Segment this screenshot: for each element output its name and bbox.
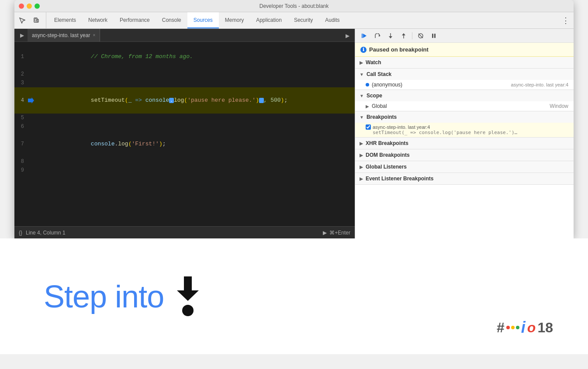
debug-toolbar-divider [412, 32, 412, 39]
breakpoint-filename: async-step-into. last year:4 [366, 124, 568, 130]
code-line-4: 4 setTimeout(_ => console.log('pause her… [14, 87, 355, 114]
breakpoint-item-1: async-step-into. last year:4 setTimeout(… [355, 123, 574, 137]
code-tab-close[interactable]: × [93, 33, 95, 38]
watch-header[interactable]: ▶ Watch [355, 57, 574, 68]
tab-elements[interactable]: Elements [48, 12, 82, 28]
pause-on-exceptions-button[interactable] [428, 30, 439, 41]
global-listeners-section: ▶ Global Listeners [355, 161, 574, 173]
global-arrow-icon: ▶ [366, 104, 369, 109]
call-stack-item-anonymous[interactable]: (anonymous) async-step-into. last year:4 [355, 80, 574, 90]
breakpoint-arrow [28, 97, 34, 103]
close-button[interactable] [19, 3, 24, 9]
step-over-button[interactable] [372, 30, 383, 41]
tab-memory[interactable]: Memory [219, 12, 250, 28]
svg-marker-3 [363, 34, 367, 38]
paused-text: Paused on breakpoint [369, 46, 429, 53]
status-bar-right: ▶ ⌘+Enter [323, 230, 350, 236]
tab-bar-right-controls: ⋮ [560, 12, 572, 28]
scope-header[interactable]: ▼ Scope [355, 90, 574, 101]
tab-application[interactable]: Application [250, 12, 288, 28]
call-stack-item-location: async-step-into. last year:4 [511, 82, 568, 87]
info-icon: ℹ [360, 47, 367, 53]
resume-button[interactable] [359, 30, 370, 41]
code-tab-file[interactable]: async-step-into. last year × [28, 29, 100, 41]
step-into-button[interactable] [385, 30, 396, 41]
call-stack-label: Call Stack [367, 71, 391, 77]
tab-sources[interactable]: Sources [187, 12, 219, 28]
call-stack-item-name: (anonymous) [372, 82, 508, 88]
call-stack-section: ▼ Call Stack (anonymous) async-step-into… [355, 69, 574, 90]
format-braces-button[interactable]: {} [19, 230, 22, 236]
code-line-5: 5 [14, 114, 355, 122]
traffic-lights [19, 3, 40, 9]
global-item[interactable]: ▶ Global Window [355, 101, 574, 111]
tab-audits[interactable]: Audits [319, 12, 346, 28]
svg-rect-2 [37, 19, 38, 22]
maximize-button[interactable] [35, 3, 40, 9]
tab-performance[interactable]: Performance [114, 12, 156, 28]
code-panel-expand-button[interactable]: ▶ [16, 30, 28, 41]
breakpoints-content: async-step-into. last year:4 setTimeout(… [355, 123, 574, 137]
svg-rect-13 [434, 34, 436, 38]
dom-breakpoints-header[interactable]: ▶ DOM Breakpoints [355, 149, 574, 161]
run-icon: ▶ [323, 230, 327, 236]
arrow-body [184, 276, 192, 290]
svg-rect-12 [432, 34, 433, 38]
breakpoint-checkbox[interactable] [366, 124, 371, 130]
tab-list: Elements Network Performance Console Sou… [48, 12, 346, 28]
io18-o: o [527, 320, 536, 336]
devtools-window: Developer Tools - about:blank Elements N… [14, 0, 574, 238]
tab-security[interactable]: Security [288, 12, 319, 28]
io18-hash: # [497, 320, 505, 336]
xhr-arrow-icon: ▶ [360, 141, 363, 146]
device-toggle-button[interactable] [30, 14, 42, 27]
inspect-element-button[interactable] [16, 14, 28, 27]
call-stack-arrow-icon: ▼ [360, 72, 364, 77]
dom-breakpoints-label: DOM Breakpoints [366, 152, 410, 158]
global-listeners-arrow-icon: ▶ [360, 165, 363, 169]
event-listener-label: Event Listener Breakpoints [366, 176, 433, 182]
call-stack-header[interactable]: ▼ Call Stack [355, 69, 574, 80]
breakpoints-arrow-icon: ▼ [360, 115, 364, 120]
scope-arrow-icon: ▼ [360, 93, 364, 98]
code-line-2: 2 [14, 70, 355, 79]
code-panel: ▶ async-step-into. last year × ▶ 1 [14, 29, 355, 238]
tab-console[interactable]: Console [156, 12, 187, 28]
xhr-breakpoints-header[interactable]: ▶ XHR Breakpoints [355, 138, 574, 149]
code-line-8: 8 [14, 157, 355, 166]
deactivate-breakpoints-button[interactable] [415, 30, 426, 41]
event-listener-section: ▶ Event Listener Breakpoints [355, 173, 574, 185]
watch-section: ▶ Watch [355, 57, 574, 69]
run-shortcut: ⌘+Enter [329, 230, 350, 236]
code-tab-filename: async-step-into. last year [32, 32, 90, 38]
tab-network[interactable]: Network [82, 12, 114, 28]
code-area[interactable]: 1 // Chrome, from 12 months ago. 2 [14, 42, 355, 226]
xhr-breakpoints-section: ▶ XHR Breakpoints [355, 138, 574, 149]
breakpoints-section: ▼ Breakpoints async-step-into. last year… [355, 111, 574, 138]
slide-text: Step into [44, 279, 164, 314]
more-tools-button[interactable]: ⋮ [560, 14, 572, 27]
io18-year: 18 [537, 320, 553, 336]
io18-logo: # i o 18 [497, 318, 553, 337]
global-listeners-header[interactable]: ▶ Global Listeners [355, 161, 574, 172]
dom-breakpoints-section: ▶ DOM Breakpoints [355, 149, 574, 161]
global-listeners-label: Global Listeners [366, 164, 407, 170]
main-panel: ▶ async-step-into. last year × ▶ 1 [14, 29, 574, 238]
breakpoints-header[interactable]: ▼ Breakpoints [355, 111, 574, 123]
code-lines: 1 // Chrome, from 12 months ago. 2 [14, 42, 355, 176]
code-line-6: 6 [14, 122, 355, 131]
watch-arrow-icon: ▶ [360, 60, 363, 65]
call-stack-content: (anonymous) async-step-into. last year:4 [355, 80, 574, 90]
event-listener-arrow-icon: ▶ [360, 176, 363, 181]
event-listener-header[interactable]: ▶ Event Listener Breakpoints [355, 173, 574, 184]
cursor-position: Line 4, Column 1 [26, 230, 66, 236]
code-line-7: 7 console.log('First!'); [14, 131, 355, 157]
format-button[interactable]: ▶ [342, 30, 353, 41]
step-out-button[interactable] [398, 30, 409, 41]
minimize-button[interactable] [27, 3, 32, 9]
code-line-1: 1 // Chrome, from 12 months ago. [14, 44, 355, 70]
code-line-3: 3 [14, 79, 355, 87]
svg-rect-4 [362, 34, 363, 38]
io18-dots [506, 326, 519, 329]
io18-dot-green [516, 326, 519, 329]
